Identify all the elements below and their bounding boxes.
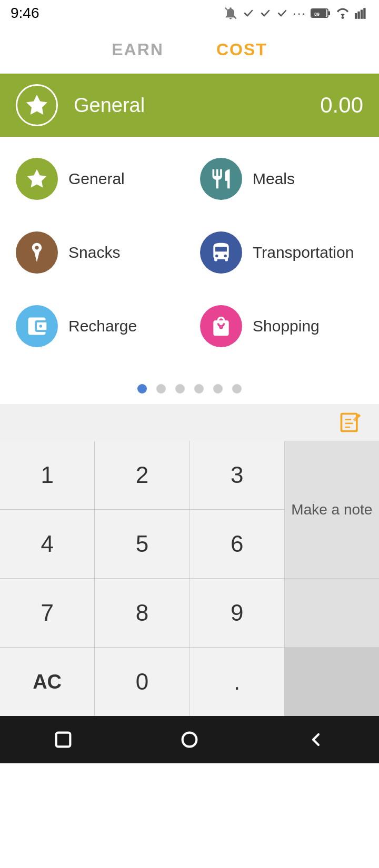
category-item-transportation[interactable]: Transportation [195, 226, 368, 279]
check2-icon [259, 7, 272, 19]
make-note-button[interactable]: Make a note [285, 441, 379, 578]
svg-rect-7 [357, 12, 360, 19]
more-icon: ··· [293, 6, 306, 21]
transportation-icon-circle [200, 231, 242, 274]
transportation-bus-icon [210, 241, 233, 264]
numpad-1[interactable]: 1 [0, 441, 94, 509]
dot-4[interactable] [194, 384, 204, 393]
general-star-icon [25, 167, 48, 190]
svg-point-16 [183, 733, 197, 747]
numpad-side-bottom [285, 579, 379, 647]
transportation-label: Transportation [253, 244, 354, 261]
tab-cost[interactable]: COST [216, 40, 267, 59]
circle-icon [179, 729, 200, 750]
tab-bar: EARN COST [0, 26, 379, 74]
dot-6[interactable] [232, 384, 242, 393]
shopping-icon-circle [200, 305, 242, 347]
status-icons: ··· 89 [223, 6, 368, 21]
nav-home[interactable] [174, 724, 205, 755]
general-label: General [68, 170, 125, 188]
numpad-8[interactable]: 8 [95, 579, 189, 647]
header-star-icon [24, 93, 49, 118]
edit-note-icon [338, 411, 362, 434]
square-icon [53, 729, 74, 750]
nav-bar [0, 716, 379, 763]
svg-point-5 [342, 16, 344, 19]
numpad-5[interactable]: 5 [95, 510, 189, 578]
dot-2[interactable] [156, 384, 166, 393]
notification-icon [223, 6, 238, 21]
snacks-icon-circle [16, 231, 58, 274]
meals-label: Meals [253, 170, 295, 188]
numpad-dot[interactable]: . [190, 648, 284, 716]
shopping-bag-icon [210, 315, 233, 338]
status-bar: 9:46 ··· 89 [0, 0, 379, 26]
numpad-ac[interactable]: AC [0, 648, 94, 716]
recharge-wallet-icon [25, 315, 48, 338]
dot-5[interactable] [213, 384, 223, 393]
svg-rect-9 [363, 8, 365, 19]
numpad-7[interactable]: 7 [0, 579, 94, 647]
svg-rect-3 [328, 11, 330, 15]
meals-icon-circle [200, 158, 242, 200]
numpad: 1 2 3 Make a note 4 5 6 7 8 9 AC 0 . [0, 441, 379, 716]
numpad-2[interactable]: 2 [95, 441, 189, 509]
svg-rect-8 [361, 10, 363, 19]
nav-back[interactable] [300, 724, 332, 755]
category-grid: General Meals Snacks Transportation [0, 137, 379, 368]
notepad-area [0, 404, 379, 441]
category-header: General 0.00 [0, 74, 379, 137]
snacks-label: Snacks [68, 244, 120, 261]
category-header-amount: 0.00 [320, 93, 363, 118]
recharge-label: Recharge [68, 317, 137, 335]
general-icon-circle [16, 158, 58, 200]
svg-rect-11 [342, 414, 357, 431]
category-item-shopping[interactable]: Shopping [195, 300, 368, 352]
category-item-snacks[interactable]: Snacks [11, 226, 184, 279]
svg-text:89: 89 [314, 12, 320, 17]
battery-icon: 89 [311, 7, 331, 19]
dot-1[interactable] [137, 384, 147, 393]
category-header-name: General [74, 94, 320, 117]
category-item-meals[interactable]: Meals [195, 153, 368, 205]
check3-icon [276, 7, 288, 19]
numpad-3[interactable]: 3 [190, 441, 284, 509]
numpad-6[interactable]: 6 [190, 510, 284, 578]
meals-fork-icon [210, 167, 233, 190]
signal-icon [355, 7, 368, 19]
category-item-recharge[interactable]: Recharge [11, 300, 184, 352]
dot-3[interactable] [175, 384, 185, 393]
svg-rect-15 [56, 733, 71, 747]
notepad-button[interactable] [337, 409, 363, 436]
wifi-icon [335, 7, 351, 19]
nav-recent-apps[interactable] [47, 724, 79, 755]
pagination [0, 368, 379, 404]
numpad-9[interactable]: 9 [190, 579, 284, 647]
make-note-label: Make a note [291, 501, 372, 518]
recharge-icon-circle [16, 305, 58, 347]
shopping-label: Shopping [253, 317, 320, 335]
check1-icon [242, 7, 255, 19]
tab-earn[interactable]: EARN [112, 40, 164, 59]
back-icon [305, 729, 326, 750]
numpad-4[interactable]: 4 [0, 510, 94, 578]
snacks-icecream-icon [25, 241, 48, 264]
category-header-icon [16, 84, 58, 126]
svg-rect-6 [355, 13, 357, 19]
status-time: 9:46 [11, 5, 39, 22]
numpad-0[interactable]: 0 [95, 648, 189, 716]
category-item-general[interactable]: General [11, 153, 184, 205]
